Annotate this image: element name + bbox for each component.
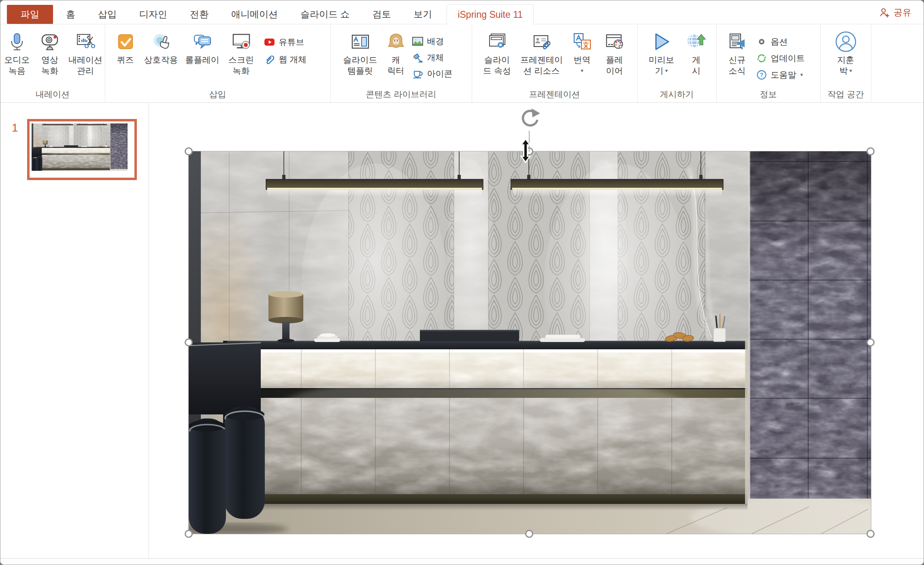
news-megaphone-icon — [728, 32, 747, 51]
slide-properties-button[interactable]: 슬라이 드 속성 — [478, 29, 517, 76]
rotation-handle[interactable] — [518, 108, 541, 131]
youtube-button[interactable]: 유튜브 — [264, 33, 325, 51]
group-label-workspace: 작업 공간 — [820, 89, 871, 100]
publish-globe-icon — [686, 31, 707, 52]
background-picture-icon — [412, 36, 423, 47]
account-dropdown-icon: ▾ — [849, 65, 852, 76]
interaction-hand-icon — [151, 32, 171, 51]
interaction-button[interactable]: 상호작용 — [140, 29, 182, 65]
backgrounds-button[interactable]: 배경 — [412, 33, 464, 49]
tab-file[interactable]: 파일 — [7, 5, 53, 24]
group-presentation: 슬라이 드 속성 프레젠테이 션 리소스 — [472, 24, 638, 102]
selection-handle-middle-left[interactable] — [185, 338, 193, 346]
whats-new-button[interactable]: 신규 소식 — [720, 29, 755, 76]
screen-record-button[interactable]: 스크린 녹화 — [223, 29, 260, 76]
presentation-resources-button[interactable]: 프레젠테이 션 리소스 — [517, 29, 567, 76]
group-narration: 오디오 녹음 영상 녹화 — [0, 24, 105, 102]
selection-handle-bottom-center[interactable] — [525, 530, 533, 538]
tab-view[interactable]: 보기 — [402, 4, 443, 24]
tab-design[interactable]: 디자인 — [128, 4, 179, 24]
selection-handle-top-left[interactable] — [185, 147, 193, 155]
resize-vertical-cursor — [519, 137, 532, 164]
selection-handle-bottom-right[interactable] — [867, 530, 875, 538]
youtube-icon — [264, 36, 275, 47]
preview-dropdown-icon: ▾ — [665, 65, 668, 76]
share-person-plus-icon — [879, 7, 890, 18]
group-label-info: 정보 — [716, 89, 820, 100]
preview-button[interactable]: 미리보 기▾ — [642, 29, 681, 76]
group-label-presentation: 프레젠테이션 — [472, 89, 637, 100]
slide-thumbnail-panel: 1 — [0, 103, 149, 558]
icons-button[interactable]: 아이콘 — [412, 66, 464, 82]
tab-transitions[interactable]: 전환 — [179, 4, 220, 24]
translation-icon — [573, 32, 592, 51]
group-workspace: 지훈 박▾ 작업 공간 — [820, 24, 871, 102]
audio-record-button[interactable]: 오디오 녹음 — [0, 29, 34, 76]
tab-ispring-suite[interactable]: iSpring Suite 11 — [447, 4, 534, 24]
slide-number: 1 — [12, 121, 18, 134]
help-question-icon: ? — [756, 70, 767, 80]
ribbon-tab-bar: 파일 홈 삽입 디자인 전환 애니메이션 슬라이드 쇼 검토 보기 iSprin… — [0, 0, 924, 24]
tab-slideshow[interactable]: 슬라이드 쇼 — [289, 4, 361, 24]
player-button[interactable]: 플레 이어 — [598, 29, 632, 76]
slide-template-icon — [351, 32, 370, 51]
help-label: 도움말 — [771, 69, 796, 81]
group-label-content-library: 콘텐츠 라이브러리 — [330, 89, 472, 100]
resources-card-clip-icon — [532, 32, 551, 51]
group-content-library: 슬라이드 템플릿 캐 릭터 — [330, 24, 472, 102]
publish-button[interactable]: 게 시 — [681, 29, 712, 76]
narration-clip-scissors-icon — [76, 32, 95, 51]
objects-button[interactable]: 개체 — [412, 49, 464, 66]
chat-bubbles-icon — [193, 32, 212, 51]
update-label: 업데이트 — [771, 53, 805, 64]
preview-play-icon — [651, 31, 672, 52]
tab-home[interactable]: 홈 — [55, 4, 87, 24]
group-label-insert: 삽입 — [105, 89, 330, 100]
ribbon: 오디오 녹음 영상 녹화 — [0, 24, 924, 103]
objects-label: 개체 — [427, 52, 444, 63]
help-button[interactable]: ? 도움말 ▾ — [756, 66, 817, 83]
paperclip-icon — [264, 54, 275, 65]
slide-thumbnail-1[interactable] — [27, 119, 137, 180]
status-bar — [0, 558, 924, 565]
webcam-icon — [40, 32, 60, 51]
group-label-publishing: 게시하기 — [637, 89, 716, 100]
selected-picture-reception-desk[interactable] — [189, 151, 871, 534]
group-insert: 퀴즈 상호작용 — [105, 24, 331, 102]
desk-lamp-icon — [412, 52, 423, 63]
screen-record-icon — [232, 32, 251, 51]
slide-thumbnail-image — [32, 123, 128, 171]
user-account-icon — [835, 30, 857, 53]
application-window: 파일 홈 삽입 디자인 전환 애니메이션 슬라이드 쇼 검토 보기 iSprin… — [0, 0, 924, 565]
selection-handle-top-right[interactable] — [867, 147, 875, 155]
characters-button[interactable]: 캐 릭터 — [382, 29, 410, 76]
share-button[interactable]: 공유 — [879, 6, 911, 19]
slide-templates-button[interactable]: 슬라이드 템플릿 — [339, 29, 382, 76]
backgrounds-label: 배경 — [427, 36, 444, 47]
group-info: 신규 소식 옵션 — [716, 24, 821, 102]
update-button[interactable]: 업데이트 — [756, 50, 817, 66]
tab-review[interactable]: 검토 — [361, 4, 402, 24]
selection-handle-bottom-left[interactable] — [185, 530, 193, 538]
account-button[interactable]: 지훈 박▾ — [825, 29, 867, 76]
tab-animations[interactable]: 애니메이션 — [220, 4, 289, 24]
video-record-button[interactable]: 영상 녹화 — [34, 29, 66, 76]
coffee-cup-icon — [412, 68, 423, 79]
character-face-icon — [386, 32, 406, 51]
narration-manager-button[interactable]: 내레이션 관리 — [66, 29, 105, 76]
quiz-check-icon — [116, 32, 135, 51]
quiz-button[interactable]: 퀴즈 — [111, 29, 140, 65]
icons-label: 아이콘 — [427, 68, 453, 79]
refresh-icon — [756, 53, 767, 64]
player-palette-icon — [605, 32, 624, 51]
tab-insert[interactable]: 삽입 — [87, 4, 128, 24]
group-publishing: 미리보 기▾ 게 시 — [637, 24, 717, 102]
web-object-label: 웹 개체 — [279, 54, 307, 65]
selection-handle-middle-right[interactable] — [867, 338, 875, 346]
options-label: 옵션 — [771, 36, 788, 47]
web-object-button[interactable]: 웹 개체 — [264, 51, 325, 68]
options-button[interactable]: 옵션 — [756, 33, 817, 50]
roleplay-button[interactable]: 롤플레이 — [182, 29, 223, 65]
translation-button[interactable]: 번역 ▾ — [567, 29, 598, 76]
microphone-icon — [7, 32, 27, 51]
